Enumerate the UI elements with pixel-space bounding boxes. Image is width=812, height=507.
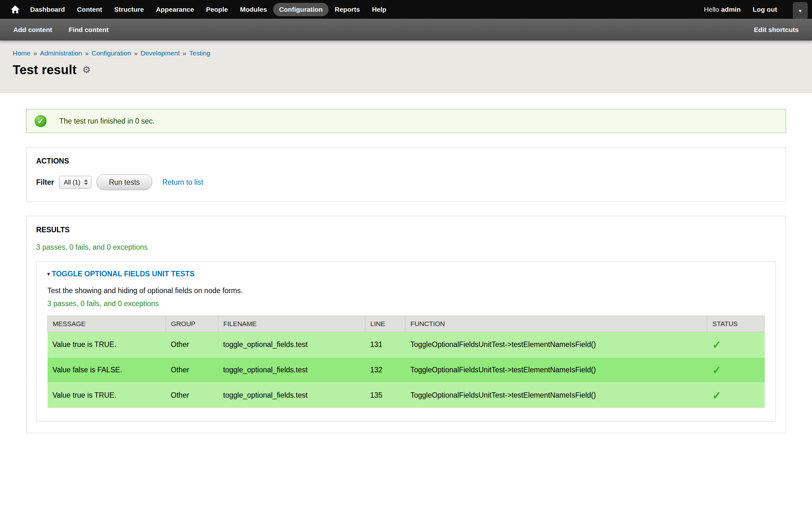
cell-filename: toggle_optional_fields.test bbox=[218, 332, 365, 357]
results-table-body: Value true is TRUE. Other toggle_optiona… bbox=[48, 332, 765, 408]
cell-message: Value true is TRUE. bbox=[48, 383, 166, 408]
pass-check-icon: ✓ bbox=[707, 332, 765, 357]
shortcut-find-content[interactable]: Find content bbox=[68, 26, 108, 34]
cell-function: ToggleOptionalFieldsUnitTest->testElemen… bbox=[405, 332, 707, 357]
logout-link[interactable]: Log out bbox=[753, 6, 777, 13]
breadcrumb-testing[interactable]: Testing bbox=[189, 49, 211, 57]
header-filename: FILENAME bbox=[218, 316, 365, 332]
cell-filename: toggle_optional_fields.test bbox=[218, 357, 365, 383]
toolbar-item-configuration[interactable]: Configuration bbox=[273, 3, 329, 16]
header-function: FUNCTION bbox=[405, 316, 707, 332]
edit-shortcuts-link[interactable]: Edit shortcuts bbox=[754, 26, 799, 33]
actions-panel: ACTIONS Filter All (1) Run tests Return … bbox=[26, 147, 786, 202]
breadcrumb-separator: » bbox=[85, 49, 89, 57]
username: admin bbox=[721, 6, 741, 13]
toolbar-item-reports[interactable]: Reports bbox=[328, 3, 366, 16]
test-group-title-text: TOGGLE OPTIONAL FIELDS UNIT TESTS bbox=[52, 270, 194, 278]
cell-group: Other bbox=[166, 332, 218, 357]
run-tests-button[interactable]: Run tests bbox=[96, 174, 152, 190]
breadcrumb-separator: » bbox=[134, 49, 138, 57]
filter-select-value: All (1) bbox=[64, 179, 80, 186]
page-header: Home » Administration » Configuration » … bbox=[0, 41, 812, 93]
status-message: ✓ The test run finished in 0 sec. bbox=[26, 109, 786, 133]
collapse-arrow-icon: ▾ bbox=[47, 271, 50, 277]
breadcrumb-development[interactable]: Development bbox=[141, 49, 180, 57]
breadcrumb-separator: » bbox=[183, 49, 187, 57]
cell-group: Other bbox=[166, 383, 218, 408]
cell-filename: toggle_optional_fields.test bbox=[218, 383, 365, 408]
filter-label: Filter bbox=[36, 178, 54, 187]
cell-line: 131 bbox=[365, 332, 405, 357]
table-row: Value false is FALSE. Other toggle_optio… bbox=[48, 357, 765, 383]
check-circle-icon: ✓ bbox=[35, 115, 47, 127]
shortcut-bar: Add content Find content Edit shortcuts bbox=[0, 19, 812, 41]
user-greeting: Helloadmin bbox=[704, 6, 741, 13]
admin-toolbar: Dashboard Content Structure Appearance P… bbox=[0, 0, 812, 19]
pass-check-icon: ✓ bbox=[707, 357, 765, 383]
results-legend: RESULTS bbox=[36, 226, 776, 234]
toolbar-item-appearance[interactable]: Appearance bbox=[150, 3, 200, 16]
page-title: Test result bbox=[13, 63, 77, 77]
results-table-header-row: MESSAGE GROUP FILENAME LINE FUNCTION STA… bbox=[48, 316, 765, 332]
toolbar-item-help[interactable]: Help bbox=[366, 3, 393, 16]
contextual-gear-icon[interactable]: ⚙ bbox=[83, 65, 91, 74]
toolbar-item-structure[interactable]: Structure bbox=[108, 3, 150, 16]
toolbar-item-modules[interactable]: Modules bbox=[234, 3, 273, 16]
cell-line: 132 bbox=[365, 357, 405, 383]
toolbar-item-content[interactable]: Content bbox=[71, 3, 108, 16]
header-message: MESSAGE bbox=[48, 316, 166, 332]
results-summary: 3 passes, 0 fails, and 0 exceptions bbox=[36, 243, 776, 251]
breadcrumb-configuration[interactable]: Configuration bbox=[91, 49, 131, 57]
header-line: LINE bbox=[365, 316, 405, 332]
breadcrumb: Home » Administration » Configuration » … bbox=[13, 49, 799, 57]
home-icon[interactable] bbox=[6, 0, 24, 19]
shortcut-add-content[interactable]: Add content bbox=[13, 26, 52, 34]
cell-line: 135 bbox=[365, 383, 405, 408]
breadcrumb-separator: » bbox=[33, 49, 37, 57]
cell-function: ToggleOptionalFieldsUnitTest->testElemen… bbox=[405, 383, 707, 408]
cell-message: Value true is TRUE. bbox=[48, 332, 166, 357]
header-group: GROUP bbox=[166, 316, 218, 332]
results-table: MESSAGE GROUP FILENAME LINE FUNCTION STA… bbox=[47, 316, 765, 408]
cell-function: ToggleOptionalFieldsUnitTest->testElemen… bbox=[405, 357, 707, 383]
breadcrumb-home[interactable]: Home bbox=[13, 49, 31, 57]
test-group-description: Test the showing and hiding of optional … bbox=[47, 286, 765, 295]
select-stepper-icon bbox=[84, 179, 88, 185]
pass-check-icon: ✓ bbox=[707, 383, 765, 408]
toolbar-menu: Dashboard Content Structure Appearance P… bbox=[24, 3, 392, 16]
results-panel: RESULTS 3 passes, 0 fails, and 0 excepti… bbox=[26, 216, 786, 433]
actions-legend: ACTIONS bbox=[36, 157, 776, 165]
main-content: ✓ The test run finished in 0 sec. ACTION… bbox=[0, 109, 812, 433]
cell-group: Other bbox=[166, 357, 218, 383]
test-group-fieldset: ▾ TOGGLE OPTIONAL FIELDS UNIT TESTS Test… bbox=[36, 261, 776, 421]
test-group-summary: 3 passes, 0 fails, and 0 exceptions bbox=[47, 299, 765, 308]
table-row: Value true is TRUE. Other toggle_optiona… bbox=[48, 332, 765, 357]
return-to-list-link[interactable]: Return to list bbox=[162, 178, 203, 187]
header-status: STATUS bbox=[707, 316, 765, 332]
toolbar-item-dashboard[interactable]: Dashboard bbox=[24, 3, 71, 16]
status-message-text: The test run finished in 0 sec. bbox=[59, 117, 154, 125]
filter-select[interactable]: All (1) bbox=[59, 176, 91, 188]
breadcrumb-administration[interactable]: Administration bbox=[40, 49, 82, 57]
toolbar-item-people[interactable]: People bbox=[200, 3, 234, 16]
table-row: Value true is TRUE. Other toggle_optiona… bbox=[48, 383, 765, 408]
chevron-down-icon: ▾ bbox=[799, 8, 802, 14]
toolbar-drawer-toggle-button[interactable]: ▾ bbox=[793, 2, 808, 19]
cell-message: Value false is FALSE. bbox=[48, 357, 166, 383]
test-group-title[interactable]: ▾ TOGGLE OPTIONAL FIELDS UNIT TESTS bbox=[47, 270, 765, 278]
